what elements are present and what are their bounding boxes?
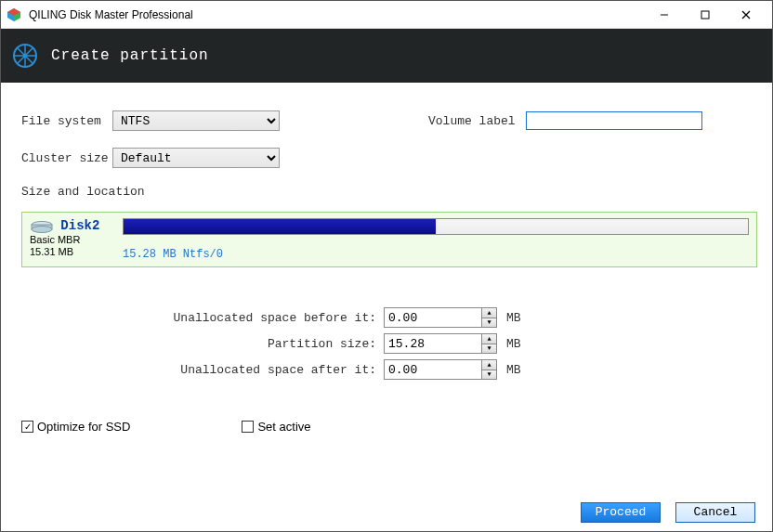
size-form: Unallocated space before it: ▲▼ MB Parti… <box>21 305 757 383</box>
size-location-label: Size and location <box>21 185 757 199</box>
optimize-ssd-label: Optimize for SSD <box>37 420 130 434</box>
disk-capacity: 15.31 MB <box>30 246 113 257</box>
partition-size-input[interactable] <box>385 334 481 353</box>
volume-label-label: Volume label <box>428 114 526 128</box>
title-bar: QILING Disk Master Professional <box>1 1 772 29</box>
svg-rect-4 <box>701 11 709 19</box>
disk-bar-fill <box>124 219 436 234</box>
partition-size-label: Partition size: <box>21 337 384 351</box>
svg-point-10 <box>32 226 52 232</box>
spin-up-icon[interactable]: ▲ <box>482 360 496 370</box>
disk-panel: Disk2 Basic MBR 15.31 MB 15.28 MB Ntfs/0 <box>21 212 757 267</box>
disk-type: Basic MBR <box>30 234 113 245</box>
space-before-label: Unallocated space before it: <box>21 311 384 325</box>
space-before-input[interactable] <box>385 308 481 327</box>
spin-up-icon[interactable]: ▲ <box>482 334 496 344</box>
close-button[interactable] <box>726 2 766 28</box>
footer: Proceed Cancel <box>1 492 772 531</box>
unit-mb: MB <box>506 311 521 325</box>
options-row: ✓ Optimize for SSD Set active <box>21 420 757 434</box>
disk-icon <box>30 220 54 233</box>
space-after-spinner[interactable]: ▲▼ <box>384 359 497 380</box>
spin-down-icon[interactable]: ▼ <box>482 344 496 354</box>
window-title: QILING Disk Master Professional <box>29 8 644 21</box>
space-before-spinner[interactable]: ▲▼ <box>384 307 497 328</box>
maximize-button[interactable] <box>685 2 726 28</box>
unit-mb: MB <box>506 337 521 351</box>
page-title: Create partition <box>51 47 209 64</box>
disk-bar-caption: 15.28 MB Ntfs/0 <box>123 248 749 261</box>
optimize-ssd-checkbox[interactable]: ✓ Optimize for SSD <box>21 420 130 434</box>
cancel-button[interactable]: Cancel <box>675 502 755 523</box>
disk-meta: Disk2 Basic MBR 15.31 MB <box>30 218 113 261</box>
content-area: File system NTFS Volume label Cluster si… <box>1 83 772 492</box>
checkbox-icon <box>242 421 254 433</box>
file-system-label: File system <box>21 114 112 128</box>
minimize-button[interactable] <box>644 2 685 28</box>
cluster-size-select[interactable]: Default <box>112 148 280 168</box>
space-after-label: Unallocated space after it: <box>21 363 384 377</box>
spin-down-icon[interactable]: ▼ <box>482 370 496 380</box>
cluster-size-label: Cluster size <box>21 151 112 165</box>
checkbox-icon: ✓ <box>21 421 33 433</box>
header-partition-icon <box>12 43 38 69</box>
disk-bar[interactable] <box>123 218 749 235</box>
page-header: Create partition <box>1 29 772 83</box>
volume-label-input[interactable] <box>526 111 702 130</box>
spin-down-icon[interactable]: ▼ <box>482 318 496 328</box>
window-controls <box>644 2 766 28</box>
disk-name: Disk2 <box>60 218 99 233</box>
set-active-checkbox[interactable]: Set active <box>242 420 310 434</box>
unit-mb: MB <box>506 363 521 377</box>
proceed-button[interactable]: Proceed <box>581 502 661 523</box>
application-window: QILING Disk Master Professional Create p… <box>0 0 773 532</box>
partition-size-spinner[interactable]: ▲▼ <box>384 333 497 354</box>
spin-up-icon[interactable]: ▲ <box>482 308 496 318</box>
set-active-label: Set active <box>257 420 310 434</box>
file-system-select[interactable]: NTFS <box>112 110 280 131</box>
space-after-input[interactable] <box>385 360 481 379</box>
disk-visualizer[interactable]: 15.28 MB Ntfs/0 <box>123 218 749 261</box>
app-icon <box>7 7 21 22</box>
